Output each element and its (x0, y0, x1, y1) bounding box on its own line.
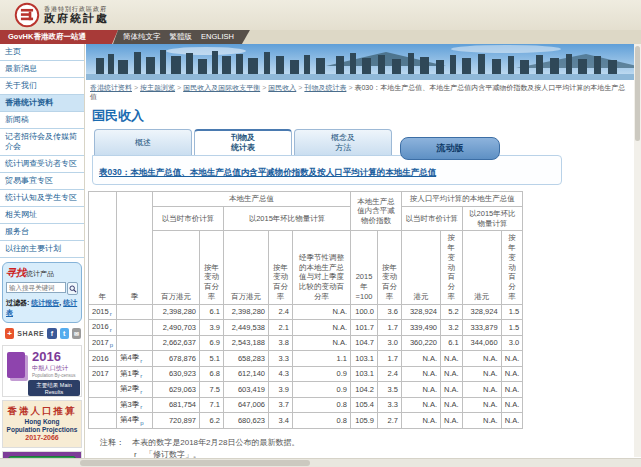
cell-value: N.A. (402, 351, 441, 367)
cell-value: 1.7 (378, 351, 402, 367)
bycensus-results-button[interactable]: 主要结果 Main Results (28, 380, 80, 396)
twitter-icon[interactable]: t (60, 328, 69, 339)
cell-value: 2,490,703 (153, 320, 200, 336)
horizontal-scrollbar-thumb[interactable] (80, 460, 310, 466)
breadcrumb-link[interactable]: 香港统计资料 (90, 84, 132, 91)
cell-value: 4.3 (269, 366, 293, 382)
sidebar-item[interactable]: 服务台 (0, 224, 84, 241)
sidebar-nav: 主页最新消息关于我们香港统计资料新闻稿记者招待会及传媒简介会统计调查受访者专区贸… (0, 44, 84, 258)
note-update-date: 本表的数字是2018年2月28日公布的最新数据。 (132, 438, 299, 447)
sidebar-item[interactable]: 相关网址 (0, 207, 84, 224)
cell-value: 3.6 (378, 304, 402, 320)
top-nav: GovHK香港政府一站通 简体纯文字 繁體版 ENGLISH (0, 30, 641, 44)
th-yoy-5: 按 年 变 动 百 分 率 (501, 231, 523, 304)
cell-quarter: 第4季p (117, 413, 153, 429)
th-chained: 以2015年环比物量计算 (224, 206, 351, 231)
th-hkd-2: 港元 (462, 231, 501, 304)
lang-english[interactable]: ENGLISH (201, 32, 234, 44)
tabs-section: 概述刊物及 统计表概念及 方法 表030：本地生产总值、本地生产总值内含平减物价… (92, 129, 634, 185)
cell-value: 104.2 (351, 382, 378, 398)
cell-value: N.A. (501, 413, 523, 429)
revision-flag: r (140, 404, 142, 410)
tab[interactable]: 概念及 方法 (294, 129, 392, 155)
breadcrumb-link[interactable]: 按主题浏览 (140, 84, 175, 91)
breadcrumb-link[interactable]: 国民收入及国际收支平衡 (183, 84, 260, 91)
breadcrumb-link[interactable]: 国民收入 (268, 84, 296, 91)
sidebar-item[interactable]: 以往的主要计划 (0, 241, 84, 258)
share-bar: + SHARE f t ✉ (0, 323, 84, 343)
cell-value: N.A. (441, 413, 463, 429)
sidebar-item[interactable]: 统计调查受访者专区 (0, 156, 84, 173)
cell-value: 2.1 (269, 320, 293, 336)
note-label: 注释： (100, 438, 124, 447)
table-row: 第3季r681,7547.1647,0063.70.8105.43.3N.A.N… (89, 397, 523, 413)
sidebar-item[interactable]: 关于我们 (0, 78, 84, 95)
cell-quarter: 第2季r (117, 382, 153, 398)
facebook-icon[interactable]: f (47, 328, 56, 339)
search-input[interactable] (6, 282, 66, 293)
th-yoy-1: 按年 变动 百分 率 (200, 231, 224, 304)
mobile-version-button[interactable]: 流动版 (400, 137, 500, 160)
cell-value: 2,449,538 (224, 320, 269, 336)
th-current-prices-pc: 以当时市价计算 (402, 206, 463, 231)
cell-value: N.A. (501, 366, 523, 382)
cell-value: 105.9 (351, 413, 378, 429)
bycensus-banner[interactable]: 2016 中期人口统计 Population By-census 主要结果 Ma… (2, 345, 82, 397)
cell-value: N.A. (402, 366, 441, 382)
revision-flag: p (110, 342, 113, 348)
tab[interactable]: 概述 (94, 129, 192, 155)
breadcrumb-separator: > (348, 84, 352, 91)
sidebar-item[interactable]: 贸易事宜专区 (0, 173, 84, 190)
sidebar-item[interactable]: 香港统计资料 (0, 95, 84, 112)
revision-flag: r (140, 373, 142, 379)
revision-flag: r (110, 311, 112, 317)
lang-traditional[interactable]: 繁體版 (170, 32, 193, 44)
cell-value: 339,490 (402, 320, 441, 336)
projections-banner[interactable]: 香港人口推算 Hong Kong Population Projections … (2, 400, 82, 448)
sidebar-item[interactable]: 新闻稿 (0, 112, 84, 129)
cell-quarter: 第1季r (117, 366, 153, 382)
projections-title-zh: 香港人口推算 (3, 405, 81, 418)
cell-quarter: 第3季r (117, 397, 153, 413)
main-content: 香港统计资料>按主题浏览>国民收入及国际收支平衡>国民收入>刊物及统计表>表03… (86, 44, 634, 467)
sidebar-item[interactable]: 主页 (0, 44, 84, 61)
th-year: 年 (89, 192, 117, 305)
search-button[interactable] (67, 282, 78, 295)
cell-value: 2.4 (269, 304, 293, 320)
govhk-link[interactable]: GovHK香港政府一站通 (0, 30, 118, 44)
email-icon[interactable]: ✉ (72, 328, 81, 339)
cell-year: 2017p (89, 335, 117, 351)
page: 香港特別行政區政府 政府統計處 GovHK香港政府一站通 简体纯文字 繁體版 E… (0, 0, 641, 467)
cell-value: 681,754 (153, 397, 200, 413)
cell-value: 629,063 (153, 382, 200, 398)
cell-value: 105.4 (351, 397, 378, 413)
vertical-scrollbar[interactable] (634, 44, 641, 457)
sidebar-item[interactable]: 最新消息 (0, 61, 84, 78)
tab[interactable]: 刊物及 统计表 (194, 129, 292, 155)
cell-value: N.A. (501, 382, 523, 398)
cell-value: N.A. (462, 351, 501, 367)
cell-value: N.A. (501, 351, 523, 367)
note-line-1: 注释： 本表的数字是2018年2月28日公布的最新数据。 (100, 437, 634, 449)
th-yoy-4: 按 年 变 动 百 分 率 (441, 231, 463, 304)
sidebar-item[interactable]: 统计认知及学生专区 (0, 190, 84, 207)
cell-value: 6.8 (200, 366, 224, 382)
horizontal-scrollbar[interactable] (0, 458, 641, 467)
cell-year: 2016r (89, 320, 117, 336)
lang-simplified-text[interactable]: 简体纯文字 (123, 32, 161, 44)
addthis-share-icon[interactable]: + (5, 328, 14, 339)
cell-value: 103.1 (351, 351, 378, 367)
th-mn-hkd: 百万港元 (153, 231, 200, 304)
table030-link[interactable]: 表030：本地生产总值、本地生产总值内含平减物价指数及按人口平均计算的本地生产总… (99, 167, 436, 177)
site-header: 香港特別行政區政府 政府統計處 (0, 0, 641, 30)
filter-link-reports[interactable]: 统计报告 (31, 299, 59, 306)
sidebar-item[interactable]: 记者招待会及传媒简介会 (0, 129, 84, 156)
dept-title: 政府統計處 (44, 12, 109, 24)
vertical-scrollbar-thumb[interactable] (635, 46, 640, 141)
cell-value: 720,897 (153, 413, 200, 429)
th-chained-pc: 以2015年环比物量计算 (462, 206, 523, 231)
cell-quarter: 第4季r (117, 351, 153, 367)
th-index-base: 2015年 =100 (351, 231, 378, 304)
cell-value: N.A. (402, 397, 441, 413)
breadcrumb-link[interactable]: 刊物及统计表 (304, 84, 346, 91)
